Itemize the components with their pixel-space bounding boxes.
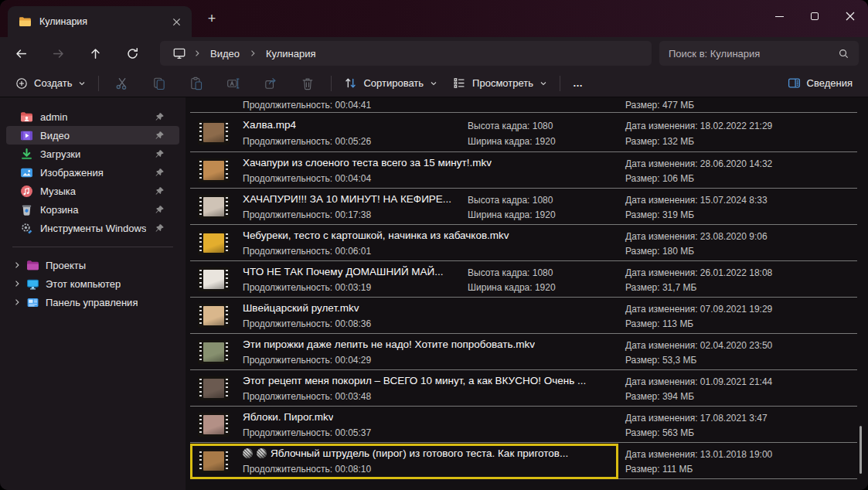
maximize-icon[interactable]	[797, 0, 832, 32]
breadcrumb-item-current[interactable]: Кулинария	[259, 46, 323, 62]
file-size: Размер: 31,7 МБ	[625, 282, 696, 293]
file-date-modified: Дата изменения: 28.06.2020 14:32	[625, 158, 772, 169]
file-row[interactable]: ХАЧАПУРИ!!! ЗА 10 МИНУТ! НА КЕФИРЕ... Пр…	[190, 189, 857, 225]
sidebar-pinned-section: adminВидеоЗагрузкиИзображенияМузыкаКорзи…	[0, 107, 186, 237]
vertical-scrollbar-thumb[interactable]	[859, 426, 862, 474]
file-row[interactable]: ЧТО НЕ ТАК Почему ДОМАШНИЙ МАЙ... Продол…	[190, 261, 857, 298]
pin-icon[interactable]	[155, 186, 165, 196]
copy-icon[interactable]	[141, 72, 178, 95]
monitor-icon[interactable]	[168, 44, 191, 63]
video-thumbnail	[198, 195, 230, 219]
details-label: Сведения	[807, 77, 853, 89]
file-row[interactable]: Продолжительность: 00:04:41 Размер: 477 …	[190, 97, 857, 113]
expand-chevron-icon[interactable]	[12, 298, 22, 307]
breadcrumb-item-videos[interactable]: Видео	[203, 46, 247, 62]
file-row[interactable]: Швейцарский рулет.mkv Продолжительность:…	[190, 298, 857, 334]
delete-icon[interactable]	[289, 72, 326, 95]
sidebar: adminВидеоЗагрузкиИзображенияМузыкаКорзи…	[0, 97, 186, 490]
close-icon[interactable]	[832, 0, 868, 32]
share-icon[interactable]	[252, 72, 289, 95]
chevron-down-icon	[430, 80, 437, 87]
file-duration: Продолжительность: 00:05:26	[243, 136, 371, 147]
paste-icon[interactable]	[178, 72, 215, 95]
search-bar	[659, 41, 859, 66]
new-tab-button[interactable]: +	[201, 9, 223, 29]
sidebar-item[interactable]: Изображения	[6, 163, 179, 182]
file-frame-height: Высота кадра: 1080	[468, 195, 553, 206]
file-frame-width: Ширина кадра: 1920	[468, 282, 556, 293]
sidebar-item[interactable]: Инструменты Windows	[6, 219, 179, 237]
video-thumbnail	[198, 304, 230, 328]
pin-icon[interactable]	[155, 131, 165, 141]
file-row[interactable]: Хачапури из слоеного теста всего за 15 м…	[190, 152, 857, 189]
more-options-icon[interactable]: …	[565, 72, 592, 95]
video-thumbnail	[198, 449, 230, 473]
file-row[interactable]: Яблоки. Пирог.mkv Продолжительность: 00:…	[190, 407, 857, 443]
sort-label: Сортировать	[363, 77, 424, 89]
file-duration: Продолжительность: 00:05:37	[243, 427, 371, 438]
file-date-modified: Дата изменения: 07.09.2021 19:29	[625, 304, 772, 315]
file-name: ЧТО НЕ ТАК Почему ДОМАШНИЙ МАЙ...	[243, 266, 444, 277]
yarn-ball-icon	[243, 448, 253, 458]
sort-icon	[344, 77, 357, 90]
refresh-icon[interactable]	[120, 42, 145, 65]
navigation-bar: Видео Кулинария	[0, 37, 868, 70]
forward-icon[interactable]	[46, 42, 70, 65]
back-icon[interactable]	[9, 42, 33, 65]
video-thumbnail	[198, 121, 230, 145]
sort-button[interactable]: Сортировать	[336, 72, 445, 95]
search-input[interactable]	[669, 48, 832, 60]
file-size: Размер: 319 МБ	[625, 209, 694, 220]
file-size: Размер: 132 МБ	[625, 136, 694, 147]
pin-icon[interactable]	[155, 149, 165, 159]
sidebar-item[interactable]: admin	[6, 107, 179, 126]
tab-close-icon[interactable]	[167, 12, 186, 31]
sidebar-tree-item[interactable]: Проекты	[6, 256, 179, 274]
rename-icon[interactable]	[215, 72, 252, 95]
video-thumbnail	[198, 158, 230, 182]
file-frame-width: Ширина кадра: 1920	[468, 209, 556, 220]
file-row[interactable]: Этот рецепт меня покорил – ВСЕГО 10 мину…	[190, 370, 857, 407]
search-icon[interactable]	[838, 48, 849, 60]
details-pane-button[interactable]: Сведения	[780, 72, 860, 95]
file-duration: Продолжительность: 00:03:48	[243, 391, 371, 402]
sidebar-tree-item[interactable]: Панель управления	[6, 293, 179, 311]
sidebar-item[interactable]: Видео	[6, 126, 179, 145]
pin-icon[interactable]	[155, 168, 165, 178]
view-button[interactable]: Просмотреть	[445, 72, 555, 95]
file-date-modified: Дата изменения: 23.08.2020 9:06	[625, 231, 768, 242]
sidebar-item[interactable]: Музыка	[6, 182, 179, 200]
up-icon[interactable]	[83, 42, 107, 65]
cut-icon[interactable]	[104, 72, 141, 95]
file-row[interactable]: Халва.mp4 Продолжительность: 00:05:26 Вы…	[190, 113, 857, 152]
sidebar-item-label: admin	[40, 111, 67, 123]
minimize-icon[interactable]	[761, 0, 797, 32]
create-label: Создать	[34, 77, 72, 89]
sidebar-tree-item[interactable]: Этот компьютер	[6, 274, 179, 293]
sidebar-item[interactable]: Корзина	[6, 200, 179, 219]
sidebar-item-label: Корзина	[40, 204, 79, 216]
pin-icon[interactable]	[155, 223, 165, 233]
create-button[interactable]: Создать	[8, 72, 94, 95]
expand-chevron-icon[interactable]	[12, 279, 22, 288]
plus-circle-icon	[15, 77, 28, 90]
windows-tools-icon	[20, 222, 33, 235]
title-bar: Кулинария +	[0, 0, 868, 37]
expand-chevron-icon[interactable]	[12, 260, 22, 270]
file-frame-height: Высота кадра: 1080	[468, 267, 553, 278]
file-row[interactable]: Яблочный штрудель (пирог) из готового те…	[190, 443, 857, 479]
file-row[interactable]: Чебуреки, тесто с картошкой, начинка из …	[190, 225, 857, 261]
file-name: Яблочный штрудель (пирог) из готового те…	[243, 447, 568, 459]
pin-icon[interactable]	[155, 112, 165, 122]
file-name: Халва.mp4	[243, 119, 296, 131]
file-row[interactable]: Эти пирожки даже лепить не надо! Хотите …	[190, 334, 857, 370]
file-duration: Продолжительность: 00:08:36	[243, 318, 371, 329]
yarn-ball-icon	[257, 448, 267, 458]
explorer-tab[interactable]: Кулинария	[8, 6, 192, 37]
file-date-modified: Дата изменения: 18.02.2022 21:29	[625, 121, 772, 131]
sidebar-item-label: Панель управления	[46, 297, 138, 308]
file-name: ХАЧАПУРИ!!! ЗА 10 МИНУТ! НА КЕФИРЕ...	[243, 193, 451, 205]
pin-icon[interactable]	[155, 205, 165, 215]
sidebar-item[interactable]: Загрузки	[6, 145, 179, 163]
file-date-modified: Дата изменения: 13.01.2018 19:00	[625, 449, 772, 460]
